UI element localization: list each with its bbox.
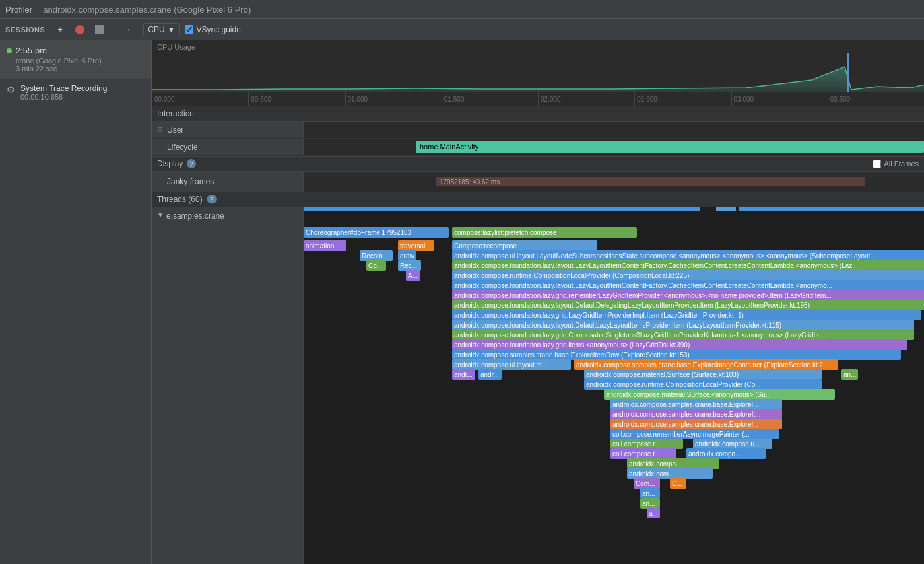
threads-content: ▼ e.samples.crane Choreographer#doFrame …: [152, 207, 924, 564]
cpu-selector[interactable]: CPU ▼: [143, 23, 180, 36]
trace-block[interactable]: androidx.com...: [627, 468, 713, 479]
session-item[interactable]: 2:55 pm crane (Google Pixel 6 Pro) 3 min…: [0, 40, 151, 79]
trace-block[interactable]: androidx.compose.material.Surface (Surfa…: [584, 369, 822, 380]
threads-info-icon[interactable]: ?: [207, 195, 217, 204]
trace-block[interactable]: an...: [640, 498, 660, 509]
trace-block[interactable]: androidx.compose.foundation.lazy.layout.…: [452, 300, 924, 310]
gear-icon: ⚙: [7, 85, 15, 95]
trace-block[interactable]: androidx.compose.samples.crane.base.Expl…: [574, 359, 838, 370]
display-title: Display: [157, 159, 183, 168]
thread-label-area: ▼ e.samples.crane: [152, 207, 304, 564]
trace-block[interactable]: androidx.compose.ui.layout.LayoutNodeSub…: [452, 250, 924, 261]
activity-name: home.MainActivity: [420, 143, 478, 151]
hamburger-icon-janky[interactable]: ☰: [157, 178, 163, 186]
trace-block[interactable]: Recom...: [360, 250, 393, 261]
add-session-button[interactable]: +: [53, 22, 67, 37]
trace-block[interactable]: Compose:recompose: [452, 240, 597, 251]
thread-timeline[interactable]: Choreographer#doFrame 17952183compose:la…: [304, 207, 924, 564]
hamburger-icon-lifecycle[interactable]: ☰: [157, 143, 163, 151]
trace-block[interactable]: compose:lazylist:prefetch:compose: [452, 227, 637, 238]
lifecycle-content: home.MainActivity: [304, 139, 924, 155]
threads-header: Threads (60) ?: [152, 192, 924, 207]
interaction-title: Interaction: [157, 109, 194, 118]
stop-button[interactable]: [92, 22, 107, 37]
trace-block[interactable]: traversal: [398, 240, 434, 251]
vsync-checkbox[interactable]: [185, 25, 193, 34]
trace-block[interactable]: draw: [398, 250, 416, 261]
trace-block[interactable]: androidx.compose.samples.crane.base.Expl…: [610, 399, 782, 409]
trace-block[interactable]: androidx.compose.runtime.CompositionLoca…: [584, 379, 822, 390]
display-section: Display ? All Frames ☰ Janky frames 1795…: [152, 157, 924, 192]
back-button[interactable]: ←: [123, 22, 138, 37]
cpu-dropdown-arrow: ▼: [168, 25, 176, 34]
cpu-area: CPU Usage: [152, 40, 924, 106]
record-icon: [75, 25, 84, 34]
trace-block[interactable]: andr...: [478, 369, 502, 380]
trace-block[interactable]: androidx.compose.samples.crane.base.Expl…: [452, 349, 901, 360]
trace-block[interactable]: androidx.compose.foundation.lazy.grid.it…: [452, 339, 908, 350]
trace-block[interactable]: A...: [406, 270, 420, 281]
janky-row: ☰ Janky frames 17952185: 40.62 ms: [152, 172, 924, 192]
sessions-label: SESSIONS: [5, 26, 45, 34]
all-frames-label: All Frames: [884, 160, 919, 168]
ruler-mark-0: 00.000: [152, 92, 248, 106]
thread-top-bar-3: [739, 207, 924, 211]
trace-block[interactable]: Choreographer#doFrame 17952183: [304, 227, 449, 238]
vsync-checkbox-label[interactable]: VSync guide: [185, 25, 240, 34]
live-indicator: [7, 48, 12, 53]
session-time: 2:55 pm: [7, 46, 145, 55]
trace-block[interactable]: androidx.compose.u...: [693, 439, 772, 449]
title-bar: Profiler androidx.compose.samples.crane …: [0, 0, 924, 19]
svg-marker-0: [152, 67, 924, 92]
record-button[interactable]: [73, 22, 87, 37]
trace-block[interactable]: Rec...: [398, 260, 421, 271]
trace-block[interactable]: androidx.compose.samples.crane.base.Expl…: [610, 419, 782, 429]
trace-block[interactable]: androidx.compo...: [686, 448, 766, 459]
cpu-label: CPU: [148, 25, 164, 34]
trace-block[interactable]: an...: [640, 488, 660, 499]
trace-block[interactable]: an...: [842, 369, 858, 380]
user-row: ☰ User: [152, 122, 924, 139]
janky-value: 17952185: 40.62 ms: [440, 178, 500, 186]
interaction-section: Interaction ☰ User ☰ Lifecycle home.Main…: [152, 106, 924, 157]
trace-block[interactable]: androidx.compose.samples.crane.base.Expl…: [610, 409, 782, 419]
trace-block[interactable]: androidx.compose.material.Surface.<anony…: [604, 389, 835, 400]
profiler-title: Profiler: [5, 5, 32, 15]
trace-block[interactable]: androidx.compose.foundation.lazy.layout.…: [452, 280, 924, 291]
activity-bar: home.MainActivity: [416, 141, 924, 153]
display-header: Display ? All Frames: [152, 157, 924, 172]
trace-block[interactable]: andr...: [452, 369, 475, 380]
trace-block[interactable]: androidx.compose.ui.layout.m...: [452, 359, 571, 370]
ruler-mark-5: 02.500: [634, 92, 731, 106]
display-info-icon[interactable]: ?: [187, 159, 196, 168]
trace-block[interactable]: C...: [670, 478, 686, 489]
trace-block[interactable]: androidx.compose.foundation.lazy.grid.Co…: [452, 330, 914, 340]
recording-item[interactable]: ⚙ System Trace Recording 00:00:10.656: [0, 79, 151, 106]
trace-block[interactable]: animation: [304, 240, 346, 251]
hamburger-icon[interactable]: ☰: [157, 126, 163, 133]
main-layout: 2:55 pm crane (Google Pixel 6 Pro) 3 min…: [0, 40, 924, 564]
collapse-arrow[interactable]: ▼: [157, 211, 164, 219]
trace-block[interactable]: androidx.compose.foundation.lazy.grid.La…: [452, 310, 921, 320]
trace-block[interactable]: androidx.compose.foundation.lazy.layout.…: [452, 320, 914, 330]
trace-block[interactable]: coil.compose.r...: [610, 439, 683, 449]
trace-block[interactable]: androidx.compose.foundation.lazy.grid.re…: [452, 290, 924, 300]
trace-block[interactable]: coil.compose.r...: [610, 448, 676, 459]
threads-title: Threads (60): [157, 195, 203, 204]
trace-block[interactable]: a...: [647, 508, 660, 518]
all-frames-checkbox[interactable]: [873, 160, 881, 168]
threads-section: Threads (60) ? ▼ e.samples.crane Choreog…: [152, 192, 924, 564]
janky-label-area: ☰ Janky frames: [152, 172, 304, 192]
trace-block[interactable]: Com...: [634, 478, 660, 489]
trace-block[interactable]: Co...: [366, 260, 386, 271]
trace-block[interactable]: coil.compose.rememberAsyncImagePainter (…: [610, 429, 779, 439]
interaction-header: Interaction: [152, 106, 924, 122]
trace-block[interactable]: androidx.compose.runtime.CompositionLoca…: [452, 270, 924, 281]
trace-block[interactable]: androidx.compose.foundation.lazy.layout.…: [452, 260, 924, 271]
janky-bar: 17952185: 40.62 ms: [436, 177, 865, 186]
lifecycle-row: ☰ Lifecycle home.MainActivity: [152, 139, 924, 156]
timeline-ruler: 00.000 00.500 01.000 01.500 02.000 02.50…: [152, 92, 924, 106]
ruler-mark-3: 01.500: [442, 92, 538, 106]
cpu-usage-label: CPU Usage: [157, 43, 195, 51]
trace-block[interactable]: androidx.compo...: [627, 458, 719, 469]
